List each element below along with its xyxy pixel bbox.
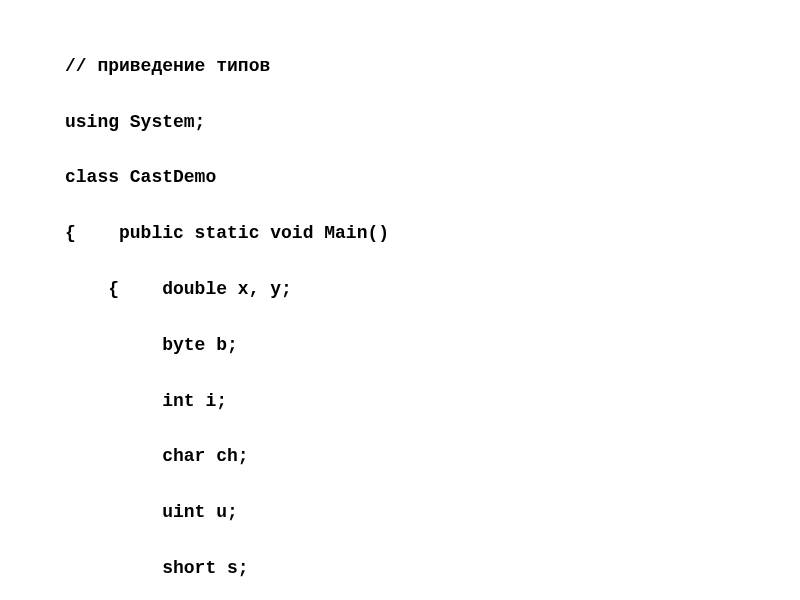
code-line: uint u; [65,499,760,527]
code-line: { double x, y; [65,276,760,304]
code-line: byte b; [65,332,760,360]
code-line: { public static void Main() [65,220,760,248]
code-line: class CastDemo [65,164,760,192]
code-line: // приведение типов [65,53,760,81]
code-block: // приведение типов using System; class … [0,0,800,600]
code-line: char ch; [65,443,760,471]
code-line: short s; [65,555,760,583]
code-line: int i; [65,388,760,416]
code-line: using System; [65,109,760,137]
